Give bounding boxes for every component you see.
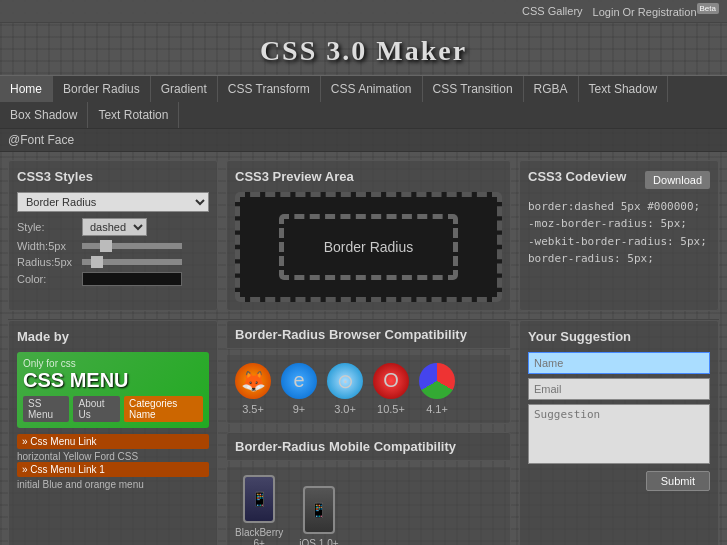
suggestion-textarea[interactable] (528, 404, 710, 464)
name-input[interactable] (528, 352, 710, 374)
browser-compat-title: Border-Radius Browser Compatibility (226, 320, 511, 349)
font-face-link[interactable]: @Font Face (8, 133, 74, 147)
promo-link-1[interactable]: SS Menu (23, 396, 69, 422)
nav-second-row: @Font Face (0, 129, 727, 152)
browser-safari: ⊙ 3.0+ (327, 363, 363, 415)
browser-list: 🦊 3.5+ e 9+ ⊙ 3.0+ O 10.5+ (235, 363, 502, 415)
main-content: CSS3 Styles Border Radius Style: dashed … (0, 152, 727, 319)
code-line-4: border-radius: 5px; (528, 250, 710, 268)
promo-links-list: » Css Menu Link horizontal Yellow Ford C… (17, 434, 209, 490)
browser-opera: O 10.5+ (373, 363, 409, 415)
nav-item-border-radius[interactable]: Border Radius (53, 76, 151, 102)
nav-bar: Home Border Radius Gradient CSS Transfor… (0, 75, 727, 129)
safari-version: 3.0+ (334, 403, 356, 415)
browser-compat-section: Border-Radius Browser Compatibility 🦊 3.… (226, 320, 511, 424)
width-slider[interactable] (82, 243, 182, 249)
ie-icon: e (281, 363, 317, 399)
codeview-title: CSS3 Codeview (528, 169, 626, 184)
promo-subtitle: Only for css (23, 358, 203, 369)
color-label: Color: (17, 273, 82, 285)
nav-item-box-shadow[interactable]: Box Shadow (0, 102, 88, 128)
promo-title: CSS MENU (23, 369, 203, 392)
mobile-compat-body: 📱 BlackBerry6+ 📱 iOS 1.0+ (226, 467, 511, 545)
browser-ie: e 9+ (281, 363, 317, 415)
suggestion-panel: Your Suggestion Submit (519, 320, 719, 545)
css-menu-promo: Only for css CSS MENU SS Menu About Us C… (17, 352, 209, 428)
bottom-row: Made by Only for css CSS MENU SS Menu Ab… (0, 320, 727, 545)
promo-link-2[interactable]: About Us (73, 396, 119, 422)
email-input[interactable] (528, 378, 710, 400)
color-row: Color: (17, 272, 209, 286)
opera-icon: O (373, 363, 409, 399)
opera-version: 10.5+ (377, 403, 405, 415)
preview-area: Border Radius (235, 192, 502, 302)
preview-box: Border Radius (279, 214, 459, 280)
mobile-list: 📱 BlackBerry6+ 📱 iOS 1.0+ (235, 475, 502, 545)
style-label: Style: (17, 221, 82, 233)
border-type-select[interactable]: Border Radius (17, 192, 209, 212)
style-row: Style: dashed (17, 218, 209, 236)
code-header: CSS3 Codeview Download (528, 169, 710, 192)
mobile-compat-section: Border-Radius Mobile Compatibility 📱 Bla… (226, 432, 511, 545)
width-row: Width:5px (17, 240, 209, 252)
promo-links: SS Menu About Us Categories Name (23, 396, 203, 422)
preview-panel: CSS3 Preview Area Border Radius (226, 160, 511, 311)
nav-item-gradient[interactable]: Gradient (151, 76, 218, 102)
browser-compat-body: 🦊 3.5+ e 9+ ⊙ 3.0+ O 10.5+ (226, 355, 511, 424)
submit-button[interactable]: Submit (646, 471, 710, 491)
radius-label: Radius:5px (17, 256, 82, 268)
chrome-version: 4.1+ (426, 403, 448, 415)
styles-panel-title: CSS3 Styles (17, 169, 209, 184)
suggestion-title: Your Suggestion (528, 329, 710, 344)
made-by-panel: Made by Only for css CSS MENU SS Menu Ab… (8, 320, 218, 545)
ios-name: iOS 1.0+ (299, 538, 338, 545)
promo-list-item-2[interactable]: » Css Menu Link 1 (17, 462, 209, 477)
site-title: CSS 3.0 Maker (0, 23, 727, 75)
codeview-panel: CSS3 Codeview Download border:dashed 5px… (519, 160, 719, 311)
mobile-blackberry: 📱 BlackBerry6+ (235, 475, 283, 545)
radius-slider[interactable] (82, 259, 182, 265)
firefox-icon: 🦊 (235, 363, 271, 399)
nav-item-rgba[interactable]: RGBA (524, 76, 579, 102)
compat-column: Border-Radius Browser Compatibility 🦊 3.… (226, 320, 511, 545)
promo-item-text-1: horizontal Yellow Ford CSS (17, 451, 209, 462)
nav-item-text-shadow[interactable]: Text Shadow (579, 76, 669, 102)
promo-item-text-2: initial Blue and orange menu (17, 479, 209, 490)
width-label: Width:5px (17, 240, 82, 252)
radius-row: Radius:5px (17, 256, 209, 268)
firefox-version: 3.5+ (242, 403, 264, 415)
blackberry-icon: 📱 (243, 475, 275, 523)
style-value-select[interactable]: dashed (82, 218, 147, 236)
color-picker[interactable] (82, 272, 182, 286)
mobile-ios: 📱 iOS 1.0+ (299, 486, 338, 545)
nav-item-css-transform[interactable]: CSS Transform (218, 76, 321, 102)
code-line-2: -moz-border-radius: 5px; (528, 215, 710, 233)
beta-badge: Beta (697, 3, 719, 14)
styles-panel: CSS3 Styles Border Radius Style: dashed … (8, 160, 218, 311)
code-content: border:dashed 5px #000000; -moz-border-r… (528, 198, 710, 268)
safari-icon: ⊙ (327, 363, 363, 399)
made-by-title: Made by (17, 329, 209, 344)
css-gallery-link[interactable]: CSS Gallery (522, 5, 583, 17)
ios-icon: 📱 (303, 486, 335, 534)
nav-item-home[interactable]: Home (0, 76, 53, 102)
mobile-compat-title: Border-Radius Mobile Compatibility (226, 432, 511, 461)
code-line-3: -webkit-border-radius: 5px; (528, 233, 710, 251)
promo-list-item-1[interactable]: » Css Menu Link (17, 434, 209, 449)
nav-item-css-transition[interactable]: CSS Transition (423, 76, 524, 102)
style-select-row: Border Radius (17, 192, 209, 212)
nav-item-text-rotation[interactable]: Text Rotation (88, 102, 179, 128)
browser-chrome: 4.1+ (419, 363, 455, 415)
chrome-icon (419, 363, 455, 399)
download-button[interactable]: Download (645, 171, 710, 189)
code-line-1: border:dashed 5px #000000; (528, 198, 710, 216)
blackberry-name: BlackBerry6+ (235, 527, 283, 545)
browser-firefox: 🦊 3.5+ (235, 363, 271, 415)
ie-version: 9+ (293, 403, 306, 415)
nav-item-css-animation[interactable]: CSS Animation (321, 76, 423, 102)
top-bar: CSS Gallery Login Or RegistrationBeta (0, 0, 727, 23)
login-link[interactable]: Login Or RegistrationBeta (593, 4, 719, 18)
promo-link-3[interactable]: Categories Name (124, 396, 203, 422)
preview-panel-title: CSS3 Preview Area (235, 169, 502, 184)
